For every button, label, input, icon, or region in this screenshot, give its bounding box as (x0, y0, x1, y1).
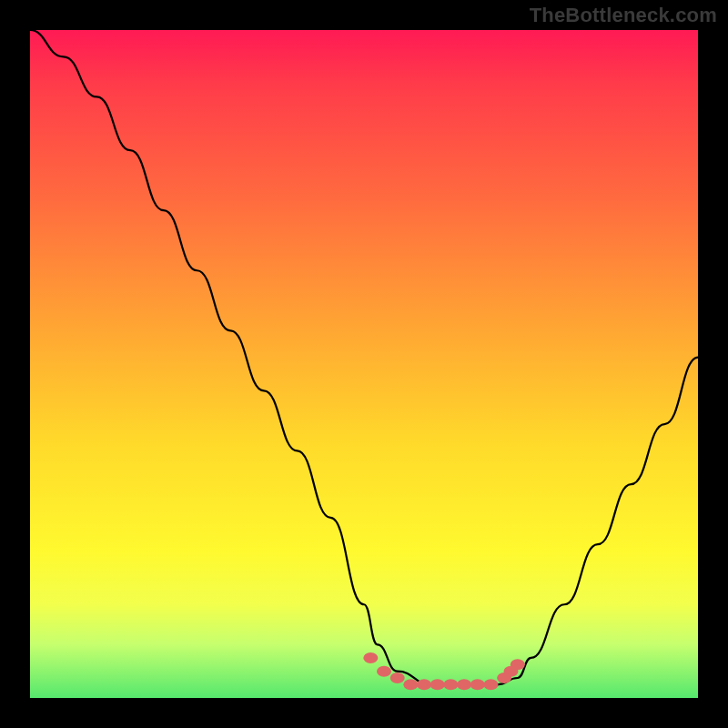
chart-plot-area (30, 30, 698, 698)
optimal-marker (363, 652, 378, 663)
bottleneck-curve (30, 30, 698, 698)
optimal-marker (483, 679, 498, 690)
optimal-marker (377, 666, 391, 677)
optimal-marker (430, 679, 445, 690)
optimal-marker (403, 679, 418, 690)
optimal-marker (390, 672, 405, 683)
optimal-marker (470, 679, 485, 690)
optimal-marker (443, 679, 458, 690)
optimal-marker (457, 679, 471, 690)
optimal-marker (417, 679, 431, 690)
watermark-label: TheBottleneck.com (530, 4, 717, 27)
optimal-marker (511, 659, 525, 670)
